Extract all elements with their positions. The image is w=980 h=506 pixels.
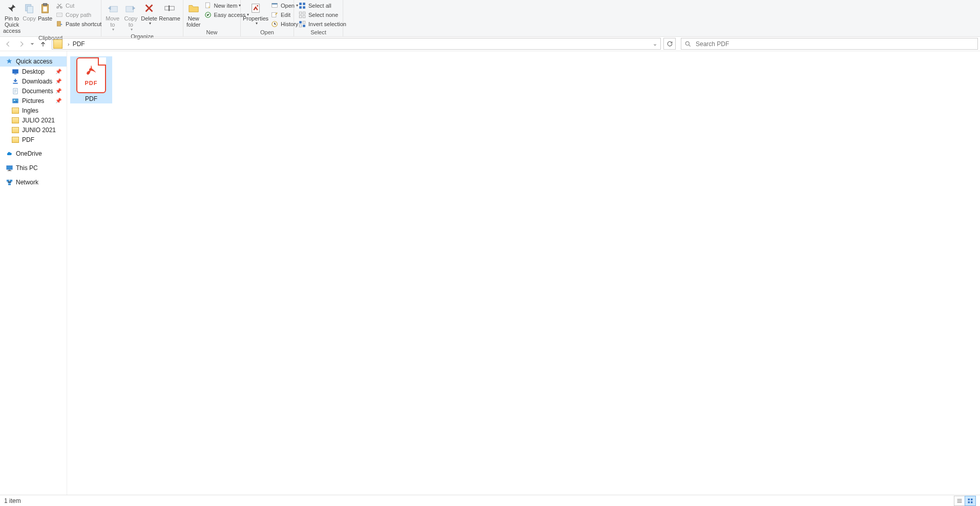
rename-label: Rename <box>159 15 180 22</box>
folder-icon <box>11 107 19 115</box>
rename-button[interactable]: Rename <box>158 1 181 22</box>
search-box[interactable] <box>681 38 978 50</box>
pdf-badge-text: PDF <box>85 80 98 86</box>
open-group-label: Open <box>243 28 291 36</box>
svg-rect-22 <box>303 3 305 5</box>
nav-pdf-label: PDF <box>22 136 34 143</box>
cut-button[interactable]: Cut <box>53 1 103 10</box>
nav-pictures[interactable]: Pictures 📌 <box>0 96 67 106</box>
delete-button[interactable]: Delete ▾ <box>140 1 158 26</box>
paste-shortcut-button[interactable]: Paste shortcut <box>53 19 103 28</box>
downloads-icon <box>11 77 19 86</box>
select-none-button[interactable]: Select none <box>296 10 348 19</box>
open-icon <box>270 2 279 10</box>
ribbon-group-open: Properties ▾ Open ▾ Edit <box>241 0 294 36</box>
folder-icon <box>11 136 19 144</box>
breadcrumb-separator: › <box>65 41 73 47</box>
paste-shortcut-label: Paste shortcut <box>66 21 101 27</box>
breadcrumb-current[interactable]: PDF <box>73 40 85 48</box>
select-none-icon <box>298 11 306 19</box>
properties-button[interactable]: Properties ▾ <box>243 1 268 26</box>
nav-junio-label: JUNIO 2021 <box>22 126 56 134</box>
move-to-button[interactable]: Move to ▾ <box>103 1 122 32</box>
item-count: 1 item <box>4 497 21 504</box>
paste-icon <box>39 2 51 14</box>
nav-desktop[interactable]: Desktop 📌 <box>0 67 67 76</box>
paste-button[interactable]: Paste <box>37 1 53 22</box>
svg-rect-19 <box>272 12 276 17</box>
nav-network[interactable]: Network <box>0 177 67 187</box>
nav-documents[interactable]: Documents 📌 <box>0 86 67 96</box>
invert-selection-label: Invert selection <box>308 21 346 27</box>
address-dropdown[interactable]: ⌄ <box>650 40 659 47</box>
ribbon: Pin to Quick access Copy Paste <box>0 0 980 37</box>
new-folder-button[interactable]: New folder <box>185 1 202 28</box>
search-input[interactable] <box>696 40 974 48</box>
large-icons-view-button[interactable] <box>965 496 976 506</box>
pictures-icon <box>11 97 19 105</box>
ribbon-group-organize: Move to ▾ Copy to ▾ Delete ▾ <box>101 0 183 36</box>
copy-to-icon <box>124 2 137 14</box>
select-all-icon <box>298 2 306 10</box>
address-bar[interactable]: › PDF ⌄ <box>52 38 661 50</box>
invert-selection-icon <box>298 20 306 28</box>
nav-documents-label: Documents <box>22 88 53 95</box>
nav-downloads[interactable]: Downloads 📌 <box>0 76 67 86</box>
up-button[interactable] <box>37 38 49 50</box>
pin-icon: 📌 <box>55 69 61 74</box>
recent-locations-button[interactable] <box>29 38 36 50</box>
svg-point-38 <box>14 99 15 100</box>
svg-rect-32 <box>303 25 305 27</box>
svg-rect-10 <box>126 6 134 12</box>
nav-onedrive[interactable]: OneDrive <box>0 149 67 159</box>
nav-junio[interactable]: JUNIO 2021 <box>0 125 67 135</box>
ribbon-group-clipboard: Pin to Quick access Copy Paste <box>0 0 101 36</box>
refresh-button[interactable] <box>663 38 676 50</box>
svg-rect-25 <box>299 12 302 14</box>
copy-button[interactable]: Copy <box>22 1 37 22</box>
select-none-label: Select none <box>308 12 338 18</box>
copy-path-button[interactable]: Copy path <box>53 10 103 19</box>
svg-rect-39 <box>6 165 12 170</box>
delete-icon <box>143 2 155 14</box>
new-item-icon <box>204 2 212 10</box>
pin-to-quick-label: Pin to Quick access <box>3 15 20 34</box>
move-to-icon <box>107 2 119 14</box>
pin-icon <box>6 2 18 14</box>
nav-pdf[interactable]: PDF <box>0 135 67 144</box>
svg-rect-8 <box>57 21 60 26</box>
nav-quick-access[interactable]: Quick access <box>0 56 67 67</box>
details-view-button[interactable] <box>954 496 965 506</box>
nav-ingles-label: Ingles <box>22 107 38 114</box>
pin-to-quick-access-button[interactable]: Pin to Quick access <box>2 1 22 34</box>
svg-rect-41 <box>7 170 11 171</box>
svg-rect-3 <box>43 4 47 6</box>
rename-icon <box>163 2 176 14</box>
quick-access-icon <box>5 57 13 66</box>
svg-rect-21 <box>299 3 302 5</box>
copy-path-label: Copy path <box>66 12 91 18</box>
file-label: PDF <box>85 95 97 102</box>
svg-rect-40 <box>8 170 10 170</box>
back-button[interactable] <box>2 38 14 50</box>
svg-rect-9 <box>110 6 117 12</box>
chevron-down-icon: ▾ <box>112 28 114 32</box>
nav-this-pc[interactable]: This PC <box>0 163 67 173</box>
svg-rect-4 <box>43 7 47 11</box>
svg-rect-30 <box>303 21 305 24</box>
ribbon-group-select: Select all Select none Invert selection … <box>294 0 343 36</box>
nav-julio[interactable]: JULIO 2021 <box>0 115 67 125</box>
invert-selection-button[interactable]: Invert selection <box>296 19 348 28</box>
svg-point-16 <box>257 5 258 7</box>
forward-button[interactable] <box>15 38 28 50</box>
select-all-button[interactable]: Select all <box>296 1 348 10</box>
content-pane[interactable]: PDF PDF <box>67 51 980 495</box>
search-icon <box>684 40 692 48</box>
nav-ingles[interactable]: Ingles <box>0 106 67 115</box>
copy-to-button[interactable]: Copy to ▾ <box>122 1 140 32</box>
file-item-pdf[interactable]: PDF PDF <box>70 56 112 103</box>
nav-desktop-label: Desktop <box>22 68 45 75</box>
easy-access-icon <box>204 11 212 19</box>
chevron-down-icon: ▾ <box>149 22 151 26</box>
svg-rect-27 <box>299 15 302 18</box>
